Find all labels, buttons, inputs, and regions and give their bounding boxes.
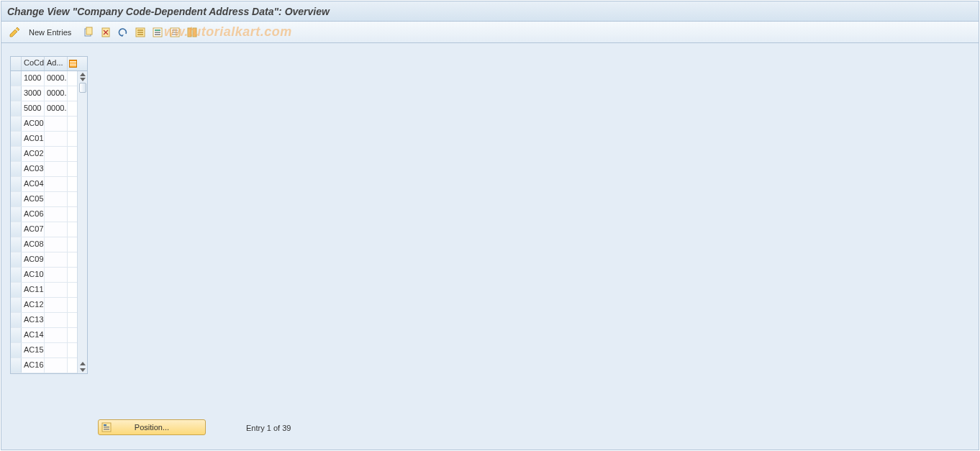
row-selector[interactable] (11, 252, 22, 267)
table-row: AC03 (11, 162, 77, 177)
cell-address[interactable] (45, 268, 68, 282)
row-selector[interactable] (11, 298, 22, 312)
scroll-down-icon[interactable] (80, 78, 86, 81)
edit-pencil-icon[interactable] (7, 25, 22, 40)
position-icon (101, 422, 112, 432)
title-bar: Change View "Company Code-Dependent Addr… (1, 1, 979, 22)
row-selector[interactable] (11, 343, 22, 357)
row-selector[interactable] (11, 313, 22, 327)
cell-address[interactable] (45, 177, 68, 191)
select-all-icon[interactable] (133, 25, 148, 40)
scroll-up-icon[interactable] (80, 73, 86, 76)
cell-address[interactable]: 0000. (45, 86, 68, 101)
cell-cocd[interactable]: 1000 (22, 71, 45, 86)
table-row: AC00 (11, 117, 77, 132)
cell-address[interactable] (45, 222, 68, 237)
cell-cocd[interactable]: AC04 (22, 177, 45, 191)
table-row: AC10 (11, 268, 77, 283)
entry-status-text: Entry 1 of 39 (246, 424, 291, 432)
toolbar: New Entries ww.tutorialkart.com (1, 22, 979, 43)
cell-cocd[interactable]: AC08 (22, 237, 45, 252)
row-selector[interactable] (11, 86, 22, 101)
cell-address[interactable] (45, 298, 68, 312)
cell-address[interactable] (45, 207, 68, 222)
row-selector[interactable] (11, 207, 22, 222)
cell-cocd[interactable]: AC09 (22, 252, 45, 267)
cell-cocd[interactable]: AC16 (22, 358, 45, 373)
scroll-page-down-icon[interactable] (80, 368, 86, 372)
row-selector[interactable] (11, 117, 22, 131)
svg-rect-5 (137, 32, 143, 33)
new-entries-button[interactable]: New Entries (24, 27, 76, 38)
table-row: AC04 (11, 177, 77, 192)
table-row: AC16 (11, 358, 77, 373)
column-header-cocd[interactable]: CoCd (22, 57, 45, 70)
row-selector[interactable] (11, 237, 22, 252)
row-selector[interactable] (11, 162, 22, 176)
row-selector[interactable] (11, 222, 22, 237)
cell-address[interactable] (45, 192, 68, 206)
cell-cocd[interactable]: AC02 (22, 147, 45, 161)
cell-address[interactable] (45, 162, 68, 176)
cell-address[interactable] (45, 147, 68, 161)
deselect-all-icon[interactable] (168, 25, 182, 40)
svg-rect-14 (172, 34, 178, 35)
cell-cocd[interactable]: 5000 (22, 101, 45, 116)
table-row: AC02 (11, 147, 77, 162)
table-settings-icon[interactable] (185, 25, 199, 40)
cell-cocd[interactable]: AC14 (22, 328, 45, 342)
cell-cocd[interactable]: AC00 (22, 117, 45, 131)
cell-cocd[interactable]: AC13 (22, 313, 45, 327)
cell-cocd[interactable]: AC03 (22, 162, 45, 176)
svg-rect-20 (104, 429, 109, 430)
row-selector[interactable] (11, 358, 22, 373)
table-config-button[interactable] (68, 57, 78, 70)
scroll-page-up-icon[interactable] (80, 362, 86, 365)
undo-icon[interactable] (116, 25, 130, 40)
svg-rect-19 (104, 427, 109, 428)
cell-cocd[interactable]: AC11 (22, 283, 45, 297)
cell-address[interactable] (45, 358, 68, 373)
cell-address[interactable]: 0000. (45, 71, 68, 86)
row-selector[interactable] (11, 132, 22, 146)
cell-address[interactable]: 0000. (45, 101, 68, 116)
cell-cocd[interactable]: AC12 (22, 298, 45, 312)
cell-address[interactable] (45, 252, 68, 267)
scrollbar[interactable] (77, 71, 87, 373)
cell-address[interactable] (45, 343, 68, 357)
cell-address[interactable] (45, 313, 68, 327)
row-selector[interactable] (11, 328, 22, 342)
cell-cocd[interactable]: 3000 (22, 86, 45, 101)
cell-cocd[interactable]: AC06 (22, 207, 45, 222)
row-selector[interactable] (11, 283, 22, 297)
scroll-thumb[interactable] (79, 83, 86, 93)
row-selector[interactable] (11, 101, 22, 116)
row-selector[interactable] (11, 71, 22, 86)
table-row: 30000000. (11, 86, 77, 101)
row-selector[interactable] (11, 177, 22, 191)
row-selector[interactable] (11, 147, 22, 161)
copy-icon[interactable] (81, 25, 96, 40)
position-button[interactable]: Position... (98, 419, 206, 435)
row-selector[interactable] (11, 268, 22, 282)
cell-address[interactable] (45, 328, 68, 342)
cell-cocd[interactable]: AC07 (22, 222, 45, 237)
cell-cocd[interactable]: AC01 (22, 132, 45, 146)
row-selector[interactable] (11, 192, 22, 206)
cell-cocd[interactable]: AC15 (22, 343, 45, 357)
cell-address[interactable] (45, 283, 68, 297)
cell-address[interactable] (45, 237, 68, 252)
column-header-address[interactable]: Ad... (45, 57, 68, 70)
select-all-rows[interactable] (11, 57, 22, 70)
table-row: AC11 (11, 283, 77, 298)
delete-icon[interactable] (99, 25, 113, 40)
cell-address[interactable] (45, 117, 68, 131)
cell-cocd[interactable]: AC10 (22, 268, 45, 282)
table-row: 10000000. (11, 71, 77, 86)
cell-address[interactable] (45, 132, 68, 146)
cell-cocd[interactable]: AC05 (22, 192, 45, 206)
select-block-icon[interactable] (150, 25, 165, 40)
table-row: AC12 (11, 298, 77, 313)
position-label: Position... (135, 423, 169, 432)
table-row: AC15 (11, 343, 77, 358)
